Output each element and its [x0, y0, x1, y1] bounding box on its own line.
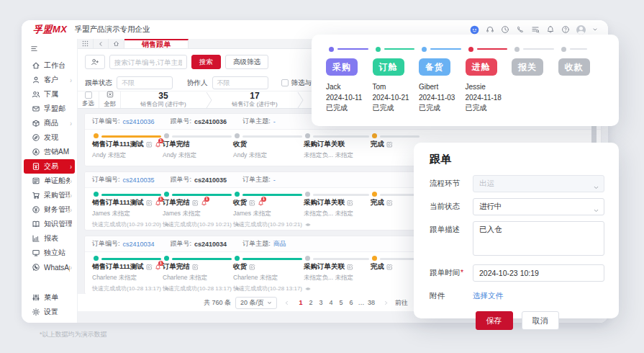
- page-number[interactable]: 2: [306, 298, 316, 308]
- cancel-button[interactable]: 取消: [522, 311, 559, 330]
- order-stage[interactable]: 销售订单111测试1 James 未指定 快速完成成功(10-29 10:20): [92, 198, 161, 228]
- search-input[interactable]: [109, 55, 187, 69]
- bell-icon[interactable]: [546, 25, 555, 34]
- prev-page-icon[interactable]: [281, 298, 291, 308]
- sidebar-item-trade[interactable]: 交易›: [24, 159, 75, 174]
- choose-file-link[interactable]: 选择文件: [473, 287, 503, 301]
- order-stage[interactable]: 订单完结 Andy 未指定: [163, 140, 232, 160]
- sidebar-item-marketing[interactable]: 营销AM: [24, 145, 75, 159]
- sidebar-item-subordinate[interactable]: 下属: [24, 87, 75, 102]
- edit-icon[interactable]: [192, 200, 199, 206]
- view-log-eye-icon[interactable]: [304, 222, 312, 228]
- multi-select-checkbox[interactable]: [85, 91, 92, 99]
- clock-icon[interactable]: [501, 25, 509, 34]
- sidebar-item-settings[interactable]: 设置: [24, 305, 75, 319]
- edit-icon[interactable]: [146, 200, 153, 206]
- sidebar-collapse-icon[interactable]: [22, 41, 77, 58]
- step-pill[interactable]: 订舱: [373, 58, 404, 76]
- step-pill[interactable]: 进舱: [466, 58, 497, 76]
- phone-icon[interactable]: [516, 25, 525, 34]
- order-no-link[interactable]: cs2410034: [123, 241, 155, 248]
- sidebar-item-whatsapp[interactable]: WhatsAp...›: [24, 260, 75, 274]
- current-status-select[interactable]: 进行中: [473, 198, 604, 215]
- sidebar-item-finance[interactable]: 财务管理›: [24, 202, 75, 217]
- edit-icon[interactable]: [347, 264, 353, 270]
- task-list-icon[interactable]: [531, 25, 540, 34]
- sidebar-item-report[interactable]: 报表: [24, 231, 75, 246]
- notification-bell-icon[interactable]: 1: [155, 141, 161, 148]
- page-number[interactable]: 5: [336, 298, 346, 308]
- stat-tab[interactable]: 35销售合同 (进行中): [121, 91, 206, 108]
- help-icon[interactable]: [561, 25, 570, 34]
- select-all-icon[interactable]: [106, 91, 114, 99]
- sidebar-item-discover[interactable]: 发现: [24, 130, 75, 145]
- user-avatar[interactable]: [576, 25, 586, 35]
- advanced-filter-button[interactable]: 高级筛选: [225, 55, 268, 69]
- order-stage[interactable]: 采购订单关联 未指定负... 未指定: [304, 198, 373, 218]
- description-textarea[interactable]: 已入仓: [473, 221, 604, 256]
- search-button[interactable]: 搜索: [191, 55, 221, 69]
- multi-select-cell[interactable]: 多选: [78, 91, 99, 108]
- sidebar-item-home[interactable]: 工作台: [24, 58, 75, 73]
- collaborator-filter-input[interactable]: 不限: [212, 76, 268, 89]
- sidebar-item-shipping-doc[interactable]: 单证船务›: [24, 174, 75, 188]
- edit-icon[interactable]: [146, 264, 153, 270]
- related-checkbox[interactable]: [281, 79, 289, 86]
- add-contact-button[interactable]: [85, 55, 105, 69]
- sidebar-item-product[interactable]: 商品›: [24, 116, 75, 130]
- edit-icon[interactable]: [192, 264, 199, 270]
- edit-icon[interactable]: [249, 200, 255, 206]
- page-number[interactable]: 3: [316, 298, 326, 308]
- order-stage[interactable]: 收货 Charlene 未指定 快速完成成功(10-28 13:17): [233, 262, 302, 292]
- apps-grid-icon[interactable]: [78, 39, 94, 48]
- caret-down-icon[interactable]: [592, 27, 598, 32]
- edit-icon[interactable]: [146, 141, 153, 148]
- ai-assistant-icon[interactable]: [470, 25, 479, 35]
- order-subject-link[interactable]: 商品: [273, 239, 286, 249]
- edit-icon[interactable]: [386, 264, 393, 270]
- select-all-cell[interactable]: 全部: [99, 91, 121, 108]
- notification-bell-icon[interactable]: 1: [155, 200, 161, 207]
- order-stage[interactable]: 订单完结1 James 未指定 快速完成成功(10-29 10:21): [163, 198, 232, 228]
- sidebar-item-purchase[interactable]: 采购管理›: [24, 188, 75, 202]
- order-stage[interactable]: 订单完结 Charlene 未指定 快速完成成功(10-28 13:17): [163, 262, 232, 292]
- notification-bell-icon[interactable]: 1: [258, 200, 264, 207]
- status-filter-input[interactable]: 不限: [117, 76, 173, 89]
- page-number[interactable]: 1: [296, 298, 306, 308]
- notification-bell-icon[interactable]: 1: [155, 264, 161, 271]
- step-pill[interactable]: 备货: [419, 58, 450, 76]
- order-stage[interactable]: 采购订单关联 未指定负... 未指定: [304, 140, 373, 160]
- tab-home-icon[interactable]: [109, 39, 124, 48]
- page-size-select[interactable]: 20 条/页: [235, 297, 277, 309]
- sidebar-item-customer[interactable]: 客户›: [24, 73, 75, 87]
- process-step-select[interactable]: 出运: [473, 175, 604, 192]
- order-stage[interactable]: 收货 Andy 未指定: [233, 140, 302, 160]
- order-no-link[interactable]: cs2410035: [123, 176, 155, 184]
- edit-icon[interactable]: [386, 200, 393, 206]
- page-number[interactable]: 6: [346, 298, 356, 308]
- page-number[interactable]: 4: [326, 298, 336, 308]
- order-stage[interactable]: 采购订单关联 未指定负... 未指定: [304, 262, 373, 282]
- view-log-eye-icon[interactable]: [304, 286, 312, 292]
- order-stage[interactable]: 销售订单111测试1 Charlene 未指定 快速完成成功(10-28 13:…: [92, 262, 161, 292]
- tab-back-icon[interactable]: [94, 39, 109, 48]
- step-pill[interactable]: 采购: [326, 58, 358, 76]
- stat-tab[interactable]: 17销售订金 (进行中): [212, 91, 297, 108]
- page-number[interactable]: 38: [366, 298, 376, 308]
- step-pill[interactable]: 收款: [558, 58, 590, 76]
- time-input[interactable]: [473, 264, 604, 282]
- order-stage[interactable]: 销售订单111测试1 Andy 未指定: [92, 140, 161, 160]
- tab-sales-tracking[interactable]: 销售跟单: [124, 39, 189, 48]
- order-stage[interactable]: 收货1 James 未指定 快速完成成功(10-29 10:21): [233, 198, 302, 228]
- edit-icon[interactable]: [249, 264, 255, 270]
- step-pill[interactable]: 报关: [512, 58, 543, 76]
- order-no-link[interactable]: cs2410036: [123, 118, 155, 125]
- sidebar-item-knowledge[interactable]: 知识管理: [24, 217, 75, 231]
- sidebar-item-mail[interactable]: 孚盟邮: [24, 102, 75, 116]
- edit-icon[interactable]: [386, 141, 393, 148]
- next-page-icon[interactable]: [381, 298, 391, 308]
- sidebar-item-menu[interactable]: 菜单: [24, 290, 75, 305]
- sidebar-item-website[interactable]: 独立站: [24, 246, 75, 260]
- edit-icon[interactable]: [347, 200, 353, 206]
- notification-bell-icon[interactable]: 1: [201, 200, 207, 207]
